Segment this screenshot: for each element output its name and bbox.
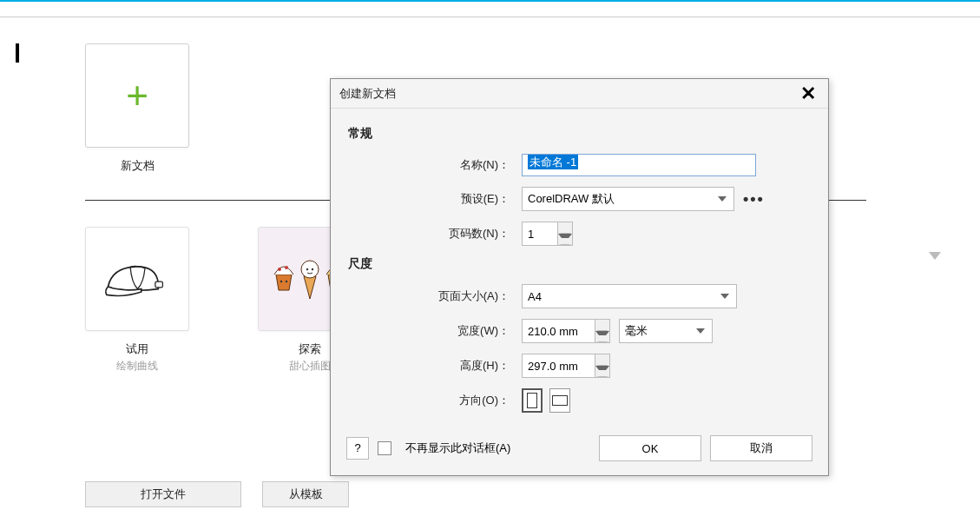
svg-point-2 — [285, 266, 288, 269]
spin-up-icon[interactable] — [558, 222, 572, 234]
orientation-landscape-button[interactable] — [549, 388, 570, 413]
trial-tile[interactable]: 试用 绘制曲线 — [85, 227, 189, 374]
svg-point-7 — [312, 268, 313, 270]
svg-point-6 — [306, 268, 308, 270]
create-new-document-dialog: 创建新文档 ✕ 常规 名称(N)： 未命名 -1 预设(E)： CorelDRA… — [330, 78, 829, 476]
dialog-titlebar[interactable]: 创建新文档 ✕ — [331, 79, 828, 109]
label-orientation: 方向(O)： — [348, 393, 522, 408]
spin-up-icon[interactable] — [595, 354, 609, 366]
page-size-combo[interactable]: A4 — [522, 284, 737, 308]
spin-down-icon[interactable] — [558, 234, 572, 245]
preset-more-button[interactable]: ••• — [743, 190, 765, 209]
spin-down-icon[interactable] — [595, 366, 609, 377]
name-value: 未命名 -1 — [528, 155, 578, 169]
landscape-icon — [552, 395, 568, 406]
unit-combo[interactable]: 毫米 — [619, 319, 713, 343]
name-field[interactable]: 未命名 -1 — [522, 154, 756, 176]
ok-button[interactable]: OK — [599, 435, 701, 461]
spin-down-icon[interactable] — [595, 331, 609, 342]
svg-rect-0 — [155, 281, 162, 288]
svg-point-3 — [280, 281, 282, 282]
close-icon[interactable]: ✕ — [797, 83, 819, 105]
open-file-button[interactable]: 打开文件 — [85, 481, 241, 507]
trial-subtitle: 绘制曲线 — [85, 359, 189, 374]
dont-show-label: 不再显示此对话框(A) — [405, 440, 590, 456]
chevron-down-icon — [696, 328, 705, 334]
portrait-icon — [527, 393, 537, 408]
trial-title: 试用 — [85, 341, 189, 357]
bottom-button-row: 打开文件 从模板 — [85, 481, 366, 507]
svg-point-1 — [278, 268, 281, 271]
height-value[interactable] — [522, 354, 595, 378]
width-value[interactable] — [522, 319, 595, 343]
chevron-down-icon[interactable] — [929, 252, 941, 260]
label-pages: 页码数(N)： — [348, 226, 522, 242]
label-page-size: 页面大小(A)： — [348, 288, 522, 304]
preset-value: CorelDRAW 默认 — [528, 191, 615, 207]
height-spinner[interactable] — [522, 354, 610, 378]
cancel-button[interactable]: 取消 — [710, 435, 812, 461]
new-document-label: 新文档 — [85, 158, 189, 174]
pages-spinner[interactable] — [522, 222, 573, 246]
svg-point-4 — [286, 281, 287, 282]
section-general: 常规 — [348, 126, 811, 142]
help-button[interactable]: ? — [346, 437, 369, 460]
preset-combo[interactable]: CorelDRAW 默认 — [522, 187, 734, 211]
label-width: 宽度(W)： — [348, 323, 522, 339]
section-dimensions: 尺度 — [348, 256, 811, 272]
new-document-tile[interactable]: + 新文档 — [85, 43, 189, 174]
unit-value: 毫米 — [625, 323, 648, 339]
label-height: 高度(H)： — [348, 358, 522, 374]
spin-up-icon[interactable] — [595, 320, 609, 331]
svg-point-5 — [301, 261, 319, 278]
label-name: 名称(N)： — [348, 157, 522, 173]
chevron-down-icon — [718, 196, 727, 202]
pages-value[interactable] — [522, 222, 558, 246]
dont-show-checkbox[interactable] — [378, 441, 391, 455]
cap-icon — [101, 251, 174, 308]
from-template-button[interactable]: 从模板 — [262, 481, 349, 507]
label-preset: 预设(E)： — [348, 191, 522, 207]
page-size-value: A4 — [528, 290, 542, 303]
width-spinner[interactable] — [522, 319, 610, 343]
plus-icon: + — [126, 76, 148, 115]
text-cursor-marker — [16, 43, 19, 63]
orientation-portrait-button[interactable] — [522, 388, 543, 413]
dialog-title: 创建新文档 — [339, 86, 797, 102]
chevron-down-icon — [720, 294, 729, 299]
tab-strip — [0, 2, 980, 17]
